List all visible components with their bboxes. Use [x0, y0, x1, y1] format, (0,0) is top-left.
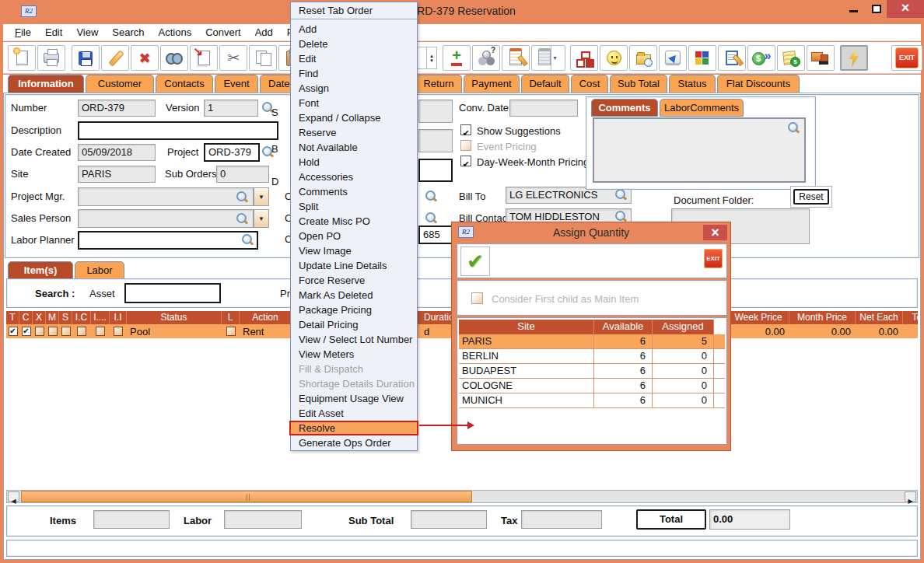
cell-site[interactable]: BERLIN — [459, 349, 594, 363]
show-suggestions-checkbox[interactable] — [460, 124, 471, 135]
table-row[interactable]: PARIS 6 5 — [459, 334, 725, 349]
scrollbar-thumb[interactable] — [21, 491, 472, 502]
comments-search-icon[interactable] — [787, 121, 800, 134]
column-header[interactable]: I.C — [72, 311, 91, 324]
scroll-left-button[interactable] — [8, 491, 19, 502]
cell-total[interactable] — [903, 324, 918, 338]
tab-contacts[interactable]: Contacts — [156, 75, 213, 93]
dialog-exit-button[interactable]: EXIT — [704, 250, 723, 264]
context-menu-open-po[interactable]: Open PO — [291, 229, 417, 243]
table-row[interactable]: COLOGNE 6 0 — [459, 379, 725, 393]
column-header-total[interactable]: Tot — [903, 311, 918, 324]
menu-search[interactable]: Search — [105, 26, 151, 38]
cell-s[interactable] — [59, 324, 72, 338]
save-button[interactable] — [72, 45, 100, 71]
notes-button[interactable] — [502, 45, 530, 71]
cell-month-price[interactable]: 0.00 — [789, 324, 856, 338]
tab-cost[interactable]: Cost — [571, 75, 608, 93]
column-header-week-price[interactable]: Week Price — [728, 311, 789, 324]
column-header-site[interactable]: Site — [459, 320, 594, 334]
search-icon[interactable] — [425, 212, 437, 224]
edit-note-button[interactable] — [718, 45, 746, 71]
column-header[interactable]: I.... — [91, 311, 110, 324]
context-menu-view-image[interactable]: View Image — [291, 243, 417, 258]
tab-event[interactable]: Event — [215, 75, 258, 93]
project-field[interactable]: ORD-379 — [204, 143, 260, 162]
cell-ii[interactable] — [110, 324, 127, 338]
quick-actions-button[interactable] — [840, 45, 868, 71]
description-input[interactable] — [78, 121, 278, 140]
cell-available[interactable]: 6 — [594, 379, 653, 393]
project-mgr-dropdown-button[interactable] — [254, 187, 269, 206]
column-header-net-each[interactable]: Net Each — [856, 311, 903, 324]
cell-available[interactable]: 6 — [594, 334, 653, 348]
context-menu-update-line-details[interactable]: Update Line Details — [291, 258, 417, 273]
context-menu-split[interactable]: Split — [291, 199, 417, 214]
checkbox-unchecked[interactable] — [77, 327, 86, 336]
context-menu-comments[interactable]: Comments — [291, 184, 417, 199]
context-menu-reserve[interactable]: Reserve — [291, 125, 417, 140]
cell-site[interactable]: PARIS — [459, 334, 594, 348]
column-header-month-price[interactable]: Month Price — [789, 311, 856, 324]
shortcut-key-button[interactable] — [659, 45, 687, 71]
checkbox-unchecked[interactable] — [114, 327, 123, 336]
pool-items-button[interactable] — [472, 45, 500, 71]
cell-m[interactable] — [46, 324, 59, 338]
dialog-close-button[interactable] — [703, 225, 727, 240]
find-button[interactable] — [160, 45, 188, 71]
tab-customer[interactable]: Customer — [86, 75, 154, 93]
tab-labor[interactable]: Labor — [75, 261, 124, 279]
edit-button[interactable] — [101, 45, 129, 71]
context-menu-resolve[interactable]: Resolve — [289, 421, 418, 435]
cell-action[interactable]: Rent — [240, 324, 292, 338]
column-header-status[interactable]: Status — [127, 311, 222, 324]
cut-button[interactable] — [219, 45, 247, 71]
column-header[interactable]: C — [19, 311, 33, 324]
column-header-available[interactable]: Available — [594, 320, 653, 334]
menu-view[interactable]: View — [69, 26, 105, 38]
menu-file[interactable]: File — [8, 26, 38, 38]
context-menu-create-misc-po[interactable]: Create Misc PO — [291, 214, 417, 229]
tab-status[interactable]: Status — [669, 75, 716, 93]
close-button[interactable] — [887, 0, 924, 18]
sales-person-field[interactable] — [78, 209, 254, 228]
scroll-right-button[interactable] — [905, 491, 916, 502]
cell-week-price[interactable]: 0.00 — [728, 324, 789, 338]
cell-site[interactable]: MUNICH — [459, 393, 594, 407]
context-menu-reset-tab-order[interactable]: Reset Tab Order — [291, 2, 417, 19]
table-row[interactable]: BUDAPEST 6 0 — [459, 364, 725, 379]
inventory-button[interactable] — [688, 45, 716, 71]
tab-payment[interactable]: Payment — [464, 75, 520, 93]
column-header[interactable]: S — [59, 311, 72, 324]
add-remove-line-button[interactable] — [443, 45, 471, 71]
context-menu-font[interactable]: Font — [291, 96, 417, 110]
billing-button[interactable] — [777, 45, 805, 71]
day-week-month-pricing-checkbox[interactable] — [460, 156, 471, 166]
menu-actions[interactable]: Actions — [152, 26, 199, 38]
context-menu-delete[interactable]: Delete — [291, 37, 417, 51]
cell-site[interactable]: BUDAPEST — [459, 364, 594, 378]
context-menu-force-reserve[interactable]: Force Reserve — [291, 273, 417, 288]
context-menu-expand-collapse[interactable]: Expand / Collapse — [291, 110, 417, 125]
cell-status[interactable]: Pool — [127, 324, 222, 338]
cell-available[interactable]: 6 — [594, 393, 653, 407]
customer-service-button[interactable] — [600, 45, 628, 71]
sales-person-dropdown-button[interactable] — [254, 209, 269, 228]
tab-return[interactable]: Return — [415, 75, 462, 93]
context-menu-mark-as-deleted[interactable]: Mark As Deleted — [291, 288, 417, 302]
currency-transfer-button[interactable] — [747, 45, 775, 71]
delete-button[interactable] — [131, 45, 159, 71]
cell-assigned[interactable]: 5 — [653, 334, 714, 348]
context-menu-generate-ops-order[interactable]: Generate Ops Order — [291, 435, 417, 450]
search-icon[interactable] — [425, 190, 437, 202]
tab-comments[interactable]: Comments — [591, 99, 658, 117]
menu-edit[interactable]: Edit — [38, 26, 69, 38]
tab-sub-total[interactable]: Sub Total — [610, 75, 667, 93]
project-mgr-search-icon[interactable] — [236, 191, 248, 203]
tab-information[interactable]: Information — [8, 75, 84, 93]
menu-convert[interactable]: Convert — [198, 26, 248, 38]
labor-planner-field[interactable] — [78, 231, 258, 250]
context-menu-edit-asset[interactable]: Edit Asset — [291, 406, 417, 421]
copy-button[interactable] — [249, 45, 277, 71]
checkbox-unchecked[interactable] — [226, 327, 236, 336]
